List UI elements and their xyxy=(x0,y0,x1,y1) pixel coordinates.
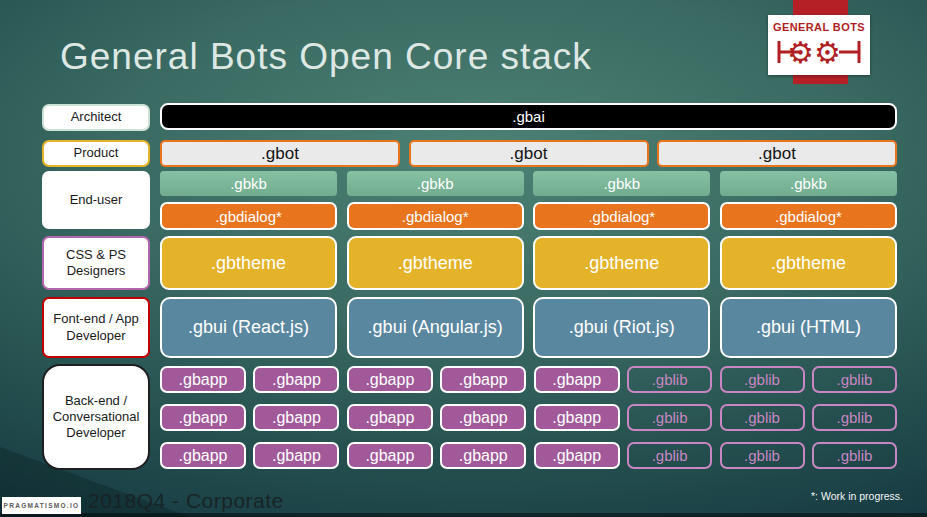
gbapp-box: .gbapp xyxy=(440,366,526,393)
role-label-frontend-app-developer: Font-end / App Developer xyxy=(42,297,150,358)
gblib-box: .gblib xyxy=(812,366,897,393)
gbapp-box: .gbapp xyxy=(534,404,620,431)
role-label-product: Product xyxy=(42,140,150,167)
page-title: General Bots Open Core stack xyxy=(60,36,592,78)
gbot-box: .gbot xyxy=(160,140,400,167)
footer-caption: 2018Q4 - Corporate xyxy=(88,489,284,513)
apps-row-1: .gbapp .gbapp .gbapp .gbapp .gbapp .gbli… xyxy=(160,366,897,393)
gbtheme-row: .gbtheme .gbtheme .gbtheme .gbtheme xyxy=(160,236,897,290)
gbapp-box: .gbapp xyxy=(534,366,620,393)
gblib-box: .gblib xyxy=(627,404,712,431)
gbui-react-box: .gbui (React.js) xyxy=(160,297,337,358)
gbapp-box: .gbapp xyxy=(160,404,246,431)
gbapp-box: .gbapp xyxy=(347,404,433,431)
gbai-box: .gbai xyxy=(160,103,897,130)
gbdialog-box: .gbdialog* xyxy=(160,202,337,230)
gbapp-box: .gbapp xyxy=(253,366,339,393)
pragmatismo-logo-text: PRAGMATISMO.IO xyxy=(4,502,80,509)
gbapp-box: .gbapp xyxy=(253,442,339,469)
gbui-html-box: .gbui (HTML) xyxy=(720,297,897,358)
gbdialog-row: .gbdialog* .gbdialog* .gbdialog* .gbdial… xyxy=(160,202,897,230)
gbtheme-box: .gbtheme xyxy=(347,236,524,290)
work-in-progress-footnote: *: Work in progress. xyxy=(811,490,903,502)
gblib-box: .gblib xyxy=(627,442,712,469)
gbui-row: .gbui (React.js) .gbui (Angular.js) .gbu… xyxy=(160,297,897,358)
gbui-riot-box: .gbui (Riot.js) xyxy=(533,297,710,358)
gblib-box: .gblib xyxy=(720,366,805,393)
gblib-box: .gblib xyxy=(812,442,897,469)
apps-row-3: .gbapp .gbapp .gbapp .gbapp .gbapp .gbli… xyxy=(160,442,897,469)
role-label-architect: Architect xyxy=(42,104,150,131)
gblib-box: .gblib xyxy=(720,404,805,431)
role-label-backend-conversational-developer: Back-end / Conversational Developer xyxy=(42,364,150,470)
gbot-box: .gbot xyxy=(409,140,649,167)
gbot-box: .gbot xyxy=(657,140,897,167)
gbapp-box: .gbapp xyxy=(534,442,620,469)
gbdialog-box: .gbdialog* xyxy=(533,202,710,230)
bottom-edge-strip xyxy=(0,513,927,517)
general-bots-logo: GENERAL BOTS ⚙⚙ xyxy=(768,15,870,75)
gbtheme-box: .gbtheme xyxy=(720,236,897,290)
gbkb-box: .gbkb xyxy=(160,171,337,196)
gbapp-box: .gbapp xyxy=(347,442,433,469)
gbapp-box: .gbapp xyxy=(440,442,526,469)
gblib-box: .gblib xyxy=(627,366,712,393)
slide: General Bots Open Core stack GENERAL BOT… xyxy=(0,0,927,517)
role-label-css-ps-designers: CSS & PS Designers xyxy=(42,236,150,290)
gbkb-box: .gbkb xyxy=(720,171,897,196)
gblib-box: .gblib xyxy=(720,442,805,469)
gbkb-row: .gbkb .gbkb .gbkb .gbkb xyxy=(160,171,897,196)
gbapp-box: .gbapp xyxy=(160,366,246,393)
gbapp-box: .gbapp xyxy=(347,366,433,393)
pragmatismo-logo: PRAGMATISMO.IO xyxy=(2,497,81,514)
gbkb-box: .gbkb xyxy=(347,171,524,196)
gbdialog-box: .gbdialog* xyxy=(720,202,897,230)
gbapp-box: .gbapp xyxy=(440,404,526,431)
gblib-box: .gblib xyxy=(812,404,897,431)
gbapp-box: .gbapp xyxy=(160,442,246,469)
logo-brand-text: GENERAL BOTS xyxy=(773,21,865,33)
gbkb-box: .gbkb xyxy=(533,171,710,196)
gbui-angular-box: .gbui (Angular.js) xyxy=(347,297,524,358)
apps-row-2: .gbapp .gbapp .gbapp .gbapp .gbapp .gbli… xyxy=(160,404,897,431)
role-label-end-user: End-user xyxy=(42,171,150,229)
gbapp-box: .gbapp xyxy=(253,404,339,431)
gbtheme-box: .gbtheme xyxy=(533,236,710,290)
gbdialog-box: .gbdialog* xyxy=(347,202,524,230)
gears-icon: ⚙⚙ xyxy=(773,34,865,70)
svg-text:⚙⚙: ⚙⚙ xyxy=(787,35,841,70)
gbtheme-box: .gbtheme xyxy=(160,236,337,290)
gbot-row: .gbot .gbot .gbot xyxy=(160,140,897,167)
